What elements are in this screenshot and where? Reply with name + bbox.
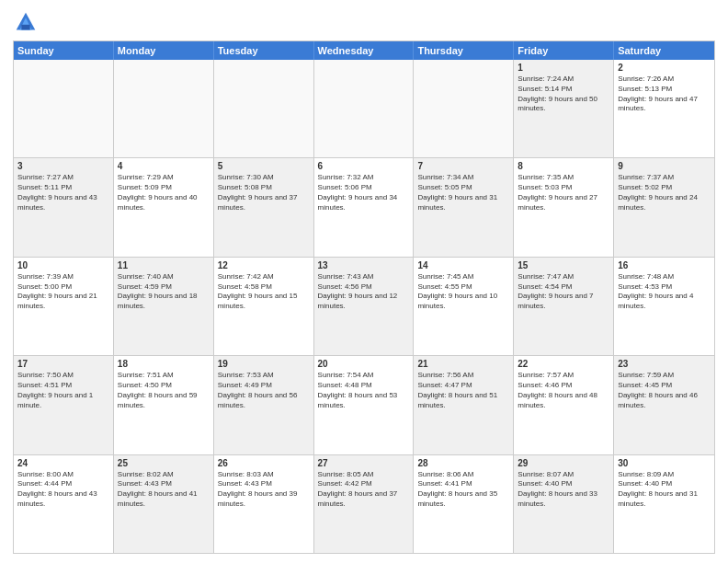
calendar-cell-0-0 bbox=[14, 60, 114, 157]
calendar-cell-1-2: 5Sunrise: 7:30 AM Sunset: 5:08 PM Daylig… bbox=[214, 158, 314, 256]
calendar-cell-3-2: 19Sunrise: 7:53 AM Sunset: 4:49 PM Dayli… bbox=[214, 356, 314, 454]
header-day-wednesday: Wednesday bbox=[314, 41, 415, 60]
cell-info: Sunrise: 7:29 AM Sunset: 5:09 PM Dayligh… bbox=[118, 173, 210, 213]
calendar-row-2: 10Sunrise: 7:39 AM Sunset: 5:00 PM Dayli… bbox=[14, 258, 714, 356]
calendar-row-1: 3Sunrise: 7:27 AM Sunset: 5:11 PM Daylig… bbox=[14, 158, 714, 257]
calendar-cell-1-6: 9Sunrise: 7:37 AM Sunset: 5:02 PM Daylig… bbox=[614, 158, 714, 256]
calendar-cell-3-6: 23Sunrise: 7:59 AM Sunset: 4:45 PM Dayli… bbox=[614, 356, 714, 454]
calendar-cell-0-2 bbox=[214, 60, 314, 157]
day-number: 25 bbox=[118, 458, 210, 468]
day-number: 15 bbox=[518, 260, 609, 270]
calendar-cell-2-5: 15Sunrise: 7:47 AM Sunset: 4:54 PM Dayli… bbox=[514, 258, 614, 355]
calendar-cell-4-1: 25Sunrise: 8:02 AM Sunset: 4:43 PM Dayli… bbox=[114, 455, 214, 553]
header-day-monday: Monday bbox=[114, 41, 214, 60]
cell-info: Sunrise: 7:51 AM Sunset: 4:50 PM Dayligh… bbox=[118, 371, 210, 410]
calendar: SundayMondayTuesdayWednesdayThursdayFrid… bbox=[13, 40, 715, 554]
day-number: 28 bbox=[417, 458, 509, 468]
cell-info: Sunrise: 8:07 AM Sunset: 4:40 PM Dayligh… bbox=[518, 470, 609, 510]
cell-info: Sunrise: 7:57 AM Sunset: 4:46 PM Dayligh… bbox=[518, 371, 609, 410]
calendar-cell-3-4: 21Sunrise: 7:56 AM Sunset: 4:47 PM Dayli… bbox=[414, 356, 514, 454]
calendar-cell-1-5: 8Sunrise: 7:35 AM Sunset: 5:03 PM Daylig… bbox=[514, 158, 614, 256]
calendar-cell-0-6: 2Sunrise: 7:26 AM Sunset: 5:13 PM Daylig… bbox=[614, 60, 714, 157]
cell-info: Sunrise: 7:47 AM Sunset: 4:54 PM Dayligh… bbox=[518, 272, 609, 312]
cell-info: Sunrise: 8:00 AM Sunset: 4:44 PM Dayligh… bbox=[17, 470, 109, 510]
calendar-cell-2-0: 10Sunrise: 7:39 AM Sunset: 5:00 PM Dayli… bbox=[14, 258, 114, 355]
day-number: 14 bbox=[417, 260, 509, 270]
calendar-cell-0-1 bbox=[114, 60, 214, 157]
cell-info: Sunrise: 7:43 AM Sunset: 4:56 PM Dayligh… bbox=[318, 272, 410, 312]
day-number: 3 bbox=[17, 161, 109, 171]
cell-info: Sunrise: 7:40 AM Sunset: 4:59 PM Dayligh… bbox=[118, 272, 210, 312]
day-number: 17 bbox=[17, 359, 109, 369]
header-day-sunday: Sunday bbox=[14, 41, 114, 60]
calendar-cell-3-0: 17Sunrise: 7:50 AM Sunset: 4:51 PM Dayli… bbox=[14, 356, 114, 454]
day-number: 20 bbox=[318, 359, 410, 369]
day-number: 26 bbox=[218, 458, 310, 468]
day-number: 24 bbox=[17, 458, 109, 468]
day-number: 23 bbox=[618, 359, 711, 369]
calendar-cell-1-0: 3Sunrise: 7:27 AM Sunset: 5:11 PM Daylig… bbox=[14, 158, 114, 256]
day-number: 6 bbox=[318, 161, 410, 171]
calendar-cell-0-5: 1Sunrise: 7:24 AM Sunset: 5:14 PM Daylig… bbox=[514, 60, 614, 157]
cell-info: Sunrise: 7:42 AM Sunset: 4:58 PM Dayligh… bbox=[218, 272, 310, 312]
cell-info: Sunrise: 7:37 AM Sunset: 5:02 PM Dayligh… bbox=[618, 173, 711, 213]
cell-info: Sunrise: 7:30 AM Sunset: 5:08 PM Dayligh… bbox=[218, 173, 310, 213]
day-number: 18 bbox=[118, 359, 210, 369]
calendar-cell-1-4: 7Sunrise: 7:34 AM Sunset: 5:05 PM Daylig… bbox=[414, 158, 514, 256]
cell-info: Sunrise: 7:32 AM Sunset: 5:06 PM Dayligh… bbox=[318, 173, 410, 213]
cell-info: Sunrise: 7:27 AM Sunset: 5:11 PM Dayligh… bbox=[17, 173, 109, 213]
cell-info: Sunrise: 8:02 AM Sunset: 4:43 PM Dayligh… bbox=[118, 470, 210, 510]
calendar-cell-4-6: 30Sunrise: 8:09 AM Sunset: 4:40 PM Dayli… bbox=[614, 455, 714, 553]
day-number: 22 bbox=[518, 359, 609, 369]
calendar-cell-0-4 bbox=[414, 60, 514, 157]
header-day-tuesday: Tuesday bbox=[214, 41, 314, 60]
calendar-cell-4-5: 29Sunrise: 8:07 AM Sunset: 4:40 PM Dayli… bbox=[514, 455, 614, 553]
day-number: 27 bbox=[318, 458, 410, 468]
cell-info: Sunrise: 7:35 AM Sunset: 5:03 PM Dayligh… bbox=[518, 173, 609, 213]
day-number: 7 bbox=[417, 161, 509, 171]
calendar-row-0: 1Sunrise: 7:24 AM Sunset: 5:14 PM Daylig… bbox=[14, 60, 714, 158]
calendar-cell-3-5: 22Sunrise: 7:57 AM Sunset: 4:46 PM Dayli… bbox=[514, 356, 614, 454]
day-number: 5 bbox=[218, 161, 310, 171]
cell-info: Sunrise: 7:45 AM Sunset: 4:55 PM Dayligh… bbox=[417, 272, 509, 312]
day-number: 1 bbox=[518, 63, 609, 73]
calendar-cell-2-3: 13Sunrise: 7:43 AM Sunset: 4:56 PM Dayli… bbox=[314, 258, 415, 355]
day-number: 4 bbox=[118, 161, 210, 171]
page: SundayMondayTuesdayWednesdayThursdayFrid… bbox=[0, 0, 728, 563]
calendar-cell-2-6: 16Sunrise: 7:48 AM Sunset: 4:53 PM Dayli… bbox=[614, 258, 714, 355]
calendar-body: 1Sunrise: 7:24 AM Sunset: 5:14 PM Daylig… bbox=[14, 60, 714, 553]
header-day-friday: Friday bbox=[514, 41, 614, 60]
cell-info: Sunrise: 7:50 AM Sunset: 4:51 PM Dayligh… bbox=[17, 371, 109, 410]
calendar-cell-3-3: 20Sunrise: 7:54 AM Sunset: 4:48 PM Dayli… bbox=[314, 356, 415, 454]
cell-info: Sunrise: 7:54 AM Sunset: 4:48 PM Dayligh… bbox=[318, 371, 410, 410]
day-number: 8 bbox=[518, 161, 609, 171]
calendar-cell-1-1: 4Sunrise: 7:29 AM Sunset: 5:09 PM Daylig… bbox=[114, 158, 214, 256]
cell-info: Sunrise: 8:06 AM Sunset: 4:41 PM Dayligh… bbox=[417, 470, 509, 510]
cell-info: Sunrise: 8:09 AM Sunset: 4:40 PM Dayligh… bbox=[618, 470, 711, 510]
calendar-cell-0-3 bbox=[314, 60, 415, 157]
day-number: 12 bbox=[218, 260, 310, 270]
svg-rect-2 bbox=[21, 25, 29, 30]
day-number: 11 bbox=[118, 260, 210, 270]
calendar-cell-2-1: 11Sunrise: 7:40 AM Sunset: 4:59 PM Dayli… bbox=[114, 258, 214, 355]
calendar-row-4: 24Sunrise: 8:00 AM Sunset: 4:44 PM Dayli… bbox=[14, 455, 714, 553]
calendar-cell-3-1: 18Sunrise: 7:51 AM Sunset: 4:50 PM Dayli… bbox=[114, 356, 214, 454]
calendar-row-3: 17Sunrise: 7:50 AM Sunset: 4:51 PM Dayli… bbox=[14, 356, 714, 454]
calendar-cell-1-3: 6Sunrise: 7:32 AM Sunset: 5:06 PM Daylig… bbox=[314, 158, 415, 256]
cell-info: Sunrise: 7:39 AM Sunset: 5:00 PM Dayligh… bbox=[17, 272, 109, 312]
cell-info: Sunrise: 7:59 AM Sunset: 4:45 PM Dayligh… bbox=[618, 371, 711, 410]
cell-info: Sunrise: 8:03 AM Sunset: 4:43 PM Dayligh… bbox=[218, 470, 310, 510]
cell-info: Sunrise: 7:53 AM Sunset: 4:49 PM Dayligh… bbox=[218, 371, 310, 410]
cell-info: Sunrise: 8:05 AM Sunset: 4:42 PM Dayligh… bbox=[318, 470, 410, 510]
day-number: 29 bbox=[518, 458, 609, 468]
calendar-cell-4-3: 27Sunrise: 8:05 AM Sunset: 4:42 PM Dayli… bbox=[314, 455, 415, 553]
day-number: 16 bbox=[618, 260, 711, 270]
day-number: 9 bbox=[618, 161, 711, 171]
calendar-cell-2-2: 12Sunrise: 7:42 AM Sunset: 4:58 PM Dayli… bbox=[214, 258, 314, 355]
logo bbox=[13, 9, 42, 35]
logo-icon bbox=[13, 9, 39, 35]
cell-info: Sunrise: 7:48 AM Sunset: 4:53 PM Dayligh… bbox=[618, 272, 711, 312]
day-number: 21 bbox=[417, 359, 509, 369]
cell-info: Sunrise: 7:26 AM Sunset: 5:13 PM Dayligh… bbox=[618, 75, 711, 114]
calendar-cell-2-4: 14Sunrise: 7:45 AM Sunset: 4:55 PM Dayli… bbox=[414, 258, 514, 355]
